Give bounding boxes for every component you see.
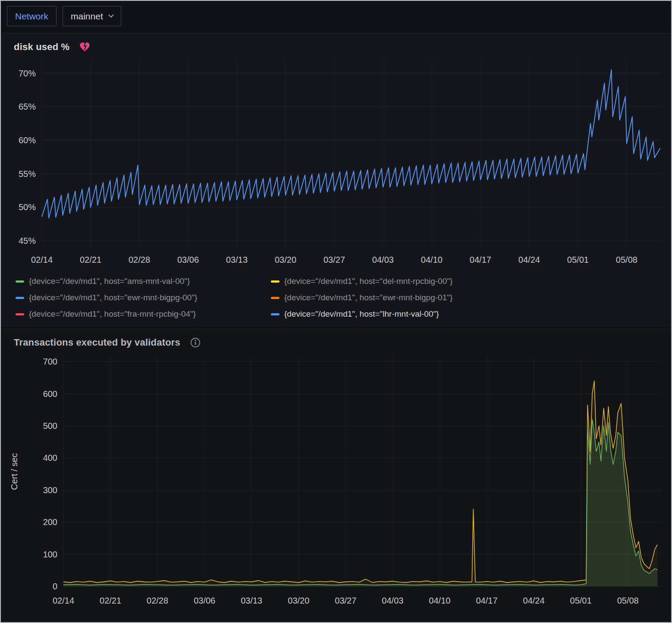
x-tick-label: 02/14 <box>31 255 53 264</box>
x-tick-label: 03/27 <box>335 596 356 605</box>
x-tick-label: 04/17 <box>476 596 497 605</box>
panel-title-tps[interactable]: Transactions executed by validators <box>14 337 180 348</box>
legend-marker <box>16 313 24 315</box>
x-tick-label: 03/27 <box>323 255 345 264</box>
y-tick-label: 65% <box>19 102 36 111</box>
legend-item[interactable]: {device="/dev/md1", host="lhr-mnt-val-00… <box>271 309 671 319</box>
panel-disk-used: disk used % 45%50%55%60%65%70%02/1402/21… <box>1 33 671 327</box>
legend-marker <box>16 280 24 283</box>
y-tick-label: 700 <box>43 357 57 366</box>
y-tick-label: 50% <box>19 202 36 212</box>
panel-header-tps: Transactions executed by validators <box>1 329 671 350</box>
tps-chart[interactable]: 010020030040050060070002/1402/2102/2803/… <box>1 350 671 617</box>
info-icon[interactable] <box>190 337 201 348</box>
x-tick-label: 04/24 <box>518 255 540 264</box>
legend-marker <box>16 297 24 299</box>
panel-header-disk: disk used % <box>1 33 671 54</box>
legend-item[interactable]: {device="/dev/md1", host="fra-mnt-rpcbig… <box>16 309 271 319</box>
series-line <box>63 381 657 582</box>
x-tick-label: 04/24 <box>523 596 545 605</box>
x-tick-label: 02/21 <box>80 255 101 264</box>
x-tick-label: 05/01 <box>570 596 592 605</box>
legend-item[interactable]: {device="/dev/md1", host="ewr-mnt-bigpg-… <box>271 293 671 302</box>
y-tick-label: 300 <box>43 485 57 495</box>
broken-heart-icon <box>79 41 91 53</box>
legend-marker <box>271 297 279 299</box>
panel-title-disk[interactable]: disk used % <box>14 41 69 53</box>
x-tick-label: 03/06 <box>177 255 199 264</box>
legend-label: {device="/dev/md1", host="del-mnt-rpcbig… <box>284 277 452 286</box>
y-tick-label: 55% <box>19 169 36 179</box>
x-tick-label: 04/17 <box>470 255 491 264</box>
x-tick-label: 04/03 <box>372 255 394 264</box>
legend-marker <box>271 280 279 283</box>
x-tick-label: 04/10 <box>421 255 443 264</box>
network-value: mainnet <box>71 11 103 21</box>
legend-label: {device="/dev/md1", host="ams-mnt-val-00… <box>29 277 190 286</box>
x-tick-label: 02/21 <box>100 596 121 605</box>
legend: {device="/dev/md1", host="ams-mnt-val-00… <box>1 272 671 327</box>
x-tick-label: 02/28 <box>129 255 150 264</box>
x-tick-label: 03/20 <box>288 596 309 605</box>
y-tick-label: 500 <box>43 421 57 431</box>
x-tick-label: 03/06 <box>194 596 215 605</box>
x-tick-label: 03/20 <box>275 255 296 264</box>
variable-label-network[interactable]: Network <box>7 6 57 26</box>
legend-item[interactable]: {device="/dev/md1", host="ams-mnt-val-00… <box>16 277 271 286</box>
y-tick-label: 60% <box>19 135 36 145</box>
disk-chart[interactable]: 45%50%55%60%65%70%02/1402/2102/2803/0603… <box>1 54 671 272</box>
x-tick-label: 05/08 <box>617 596 639 605</box>
panel-transactions: Transactions executed by validators 0100… <box>1 329 671 622</box>
y-tick-label: 400 <box>43 453 57 463</box>
network-label: Network <box>15 11 48 21</box>
y-tick-label: 45% <box>19 236 36 245</box>
x-tick-label: 03/13 <box>241 596 262 605</box>
y-tick-label: 70% <box>19 69 36 78</box>
y-tick-label: 200 <box>43 517 57 527</box>
y-axis-label: Cert / sec <box>9 453 19 490</box>
y-tick-label: 0 <box>53 582 57 591</box>
chevron-down-icon <box>108 12 114 18</box>
dashboard-controls: Network mainnet <box>1 1 671 31</box>
x-tick-label: 02/28 <box>147 596 168 605</box>
x-tick-label: 03/13 <box>226 255 248 264</box>
legend-label: {device="/dev/md1", host="ewr-mnt-bigpg-… <box>284 293 452 302</box>
y-tick-label: 600 <box>43 389 57 399</box>
network-value-dropdown[interactable]: mainnet <box>63 6 121 26</box>
legend-label: {device="/dev/md1", host="fra-mnt-rpcbig… <box>29 309 196 319</box>
legend-label: {device="/dev/md1", host="ewr-mnt-bigpg-… <box>29 293 197 302</box>
series-line <box>42 70 660 218</box>
x-tick-label: 05/01 <box>567 255 589 264</box>
legend-label: {device="/dev/md1", host="lhr-mnt-val-00… <box>284 309 439 319</box>
x-tick-label: 04/10 <box>429 596 450 605</box>
x-tick-label: 04/03 <box>382 596 403 605</box>
legend-item[interactable]: {device="/dev/md1", host="del-mnt-rpcbig… <box>271 277 671 286</box>
series-area <box>63 381 657 586</box>
grafana-dashboard: Network mainnet disk used % 45%50%55%60%… <box>0 0 672 623</box>
y-tick-label: 100 <box>43 550 57 559</box>
series-area <box>63 419 657 586</box>
legend-item[interactable]: {device="/dev/md1", host="ewr-mnt-bigpg-… <box>16 293 271 302</box>
legend-marker <box>271 313 279 315</box>
x-tick-label: 02/14 <box>53 596 74 605</box>
series-line <box>63 419 657 585</box>
x-tick-label: 05/08 <box>616 255 637 264</box>
